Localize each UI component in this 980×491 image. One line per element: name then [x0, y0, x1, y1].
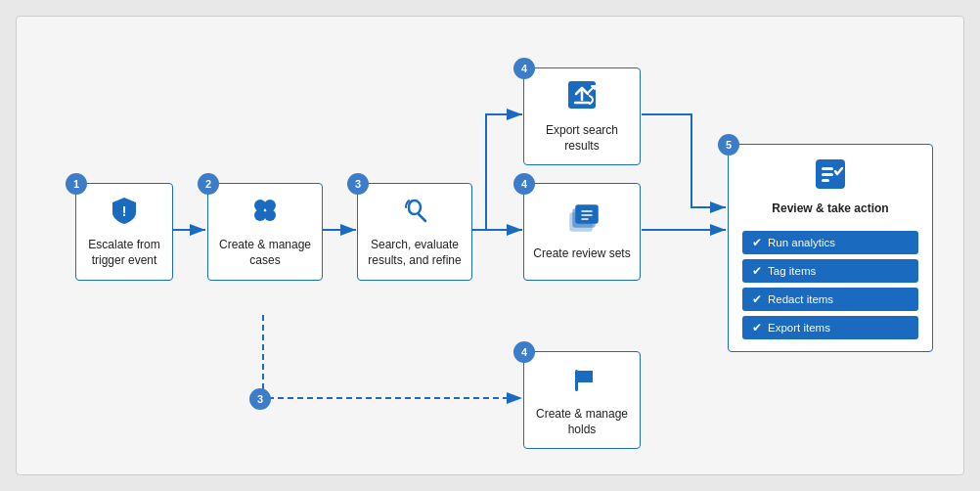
sets-icon [565, 201, 599, 239]
step1-label: Escalate from trigger event [84, 238, 164, 268]
export-icon [565, 78, 599, 115]
review-icon [742, 156, 918, 196]
step4b-label: Create review sets [533, 246, 630, 262]
tag-items-label: Tag items [768, 265, 816, 277]
step2-box: 2 Create & manage cases [207, 183, 323, 281]
badge-3: 3 [347, 173, 369, 195]
step4a-box: 4 Export search results [523, 67, 641, 165]
svg-rect-18 [822, 173, 833, 176]
badge-4a: 4 [513, 58, 535, 79]
check-icon-export: ✔ [752, 321, 762, 335]
badge-2: 2 [198, 173, 219, 195]
step1-box: 1 ! Escalate from trigger event [75, 183, 173, 281]
svg-text:!: ! [122, 203, 127, 219]
step4c-label: Create & manage holds [532, 407, 632, 437]
cases-icon [249, 195, 281, 230]
step4b-box: 4 Create review sets [523, 183, 641, 281]
step3-box: 3 Search, evaluate results, and refine [357, 183, 472, 281]
shield-icon: ! [109, 195, 140, 230]
diagram-container: 1 ! Escalate from trigger event 2 Create… [16, 16, 964, 475]
redact-items-label: Redact items [768, 293, 833, 305]
badge-4b: 4 [513, 173, 535, 195]
export-items-label: Export items [768, 322, 830, 334]
badge-1: 1 [66, 173, 87, 195]
badge-4c: 4 [513, 341, 535, 363]
badge-5: 5 [718, 134, 739, 156]
holds-icon [565, 362, 599, 399]
step4c-box: 4 Create & manage holds [523, 351, 641, 449]
check-icon-analytics: ✔ [752, 236, 762, 249]
action-panel: 5 Review & take action ✔ Run analytics ✔… [728, 144, 933, 352]
search-icon [399, 195, 430, 230]
step3-label: Search, evaluate results, and refine [366, 238, 464, 268]
check-icon-redact: ✔ [752, 292, 762, 306]
svg-rect-19 [822, 179, 829, 182]
redact-items-btn[interactable]: ✔ Redact items [742, 288, 918, 311]
step2-label: Create & manage cases [216, 238, 314, 268]
run-analytics-btn[interactable]: ✔ Run analytics [742, 231, 918, 254]
step4a-label: Export search results [532, 123, 632, 154]
panel-title: Review & take action [742, 201, 918, 215]
svg-rect-14 [576, 205, 598, 223]
svg-rect-17 [822, 167, 833, 170]
tag-items-btn[interactable]: ✔ Tag items [742, 259, 918, 283]
svg-rect-15 [575, 370, 578, 391]
export-items-btn[interactable]: ✔ Export items [742, 316, 918, 339]
run-analytics-label: Run analytics [768, 237, 835, 248]
check-icon-tag: ✔ [752, 264, 762, 278]
badge-3-dashed: 3 [249, 388, 271, 410]
svg-point-10 [264, 209, 276, 221]
